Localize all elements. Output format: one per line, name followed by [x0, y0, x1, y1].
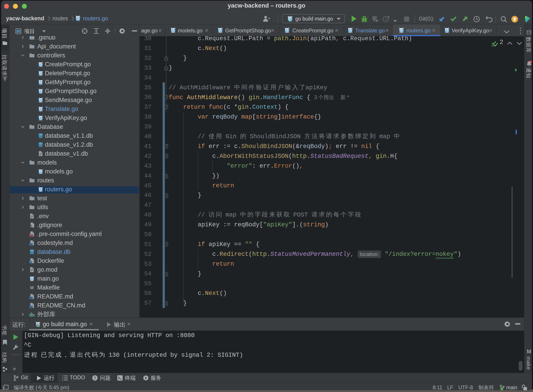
svg-text:M: M: [30, 285, 34, 290]
svg-text:YML: YML: [29, 234, 33, 236]
svg-text:MD: MD: [30, 297, 33, 299]
svg-text:MD: MD: [30, 243, 33, 245]
svg-text:D: D: [30, 261, 32, 263]
svg-text:MD: MD: [30, 306, 33, 308]
